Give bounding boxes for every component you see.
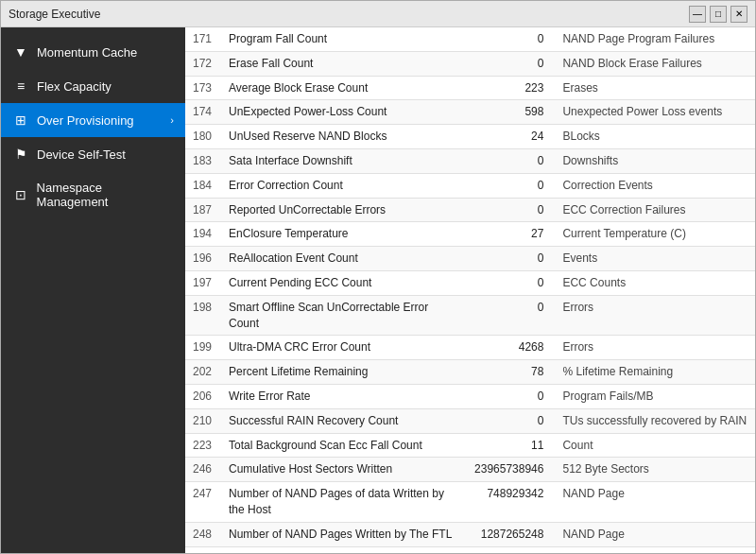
table-row: 172Erase Fall Count0NAND Block Erase Fai… [185,51,755,76]
table-container[interactable]: 171Program Fall Count0NAND Page Program … [185,27,755,553]
row-desc: ECC Correction Failures [555,198,755,222]
row-id: 184 [185,173,221,198]
row-desc: Correction Events [555,173,755,198]
row-id: 171 [185,27,221,51]
row-value: 4268 [467,336,555,360]
row-name: Number of NAND Pages Written by The FTL [221,522,467,546]
table-row: 248Number of NAND Pages Written by The F… [185,522,755,546]
row-id: 248 [185,522,221,546]
row-id: 172 [185,51,221,76]
table-row: 246Cumulative Host Sectors Written239657… [185,458,755,482]
row-value: 0 [467,270,555,295]
row-id: 174 [185,100,221,125]
table-row: 183Sata Interface Downshift0Downshifts [185,148,755,173]
row-desc: TUs successfully recovered by RAIN [555,408,755,433]
row-desc: ECC Counts [555,270,755,295]
sidebar-item-namespace-management[interactable]: ⊡Namespace Management [1,171,185,218]
table-row: 247Number of NAND Pages of data Written … [185,482,755,523]
row-name: ReAllocation Event Count [221,247,467,271]
table-row: 210Successful RAIN Recovery Count0TUs su… [185,408,755,433]
row-id: 202 [185,360,221,385]
row-desc: NAND Block Erase Failures [555,51,755,76]
row-name: UnUsed Reserve NAND Blocks [221,125,467,149]
row-desc: NAND Page [555,482,755,523]
row-id: 247 [185,482,221,523]
row-value: 1287265248 [467,522,555,546]
content-area: 171Program Fall Count0NAND Page Program … [185,27,755,553]
row-name: Program Fall Count [221,27,467,51]
row-desc: 512 Byte Sectors [555,458,755,482]
row-desc: % Lifetime Remaining [555,360,755,385]
sidebar-label-device-self-test: Device Self-Test [37,147,126,162]
row-desc: Current Temperature (C) [555,222,755,247]
row-desc: Program Fails/MB [555,384,755,408]
sidebar-icon-flex-capacity: ≡ [12,78,29,94]
row-value: 598 [467,100,555,125]
row-name: Current Pending ECC Count [221,270,467,295]
row-name: Ultra-DMA CRC Error Count [221,336,467,360]
row-desc: Errors [555,295,755,336]
row-value: 0 [467,51,555,76]
title-bar: Storage Executive — □ ✕ [1,1,755,27]
table-row: 174UnExpected Power-Loss Count598Unexpec… [185,100,755,125]
row-desc: Erases [555,76,755,100]
row-value: 748929342 [467,482,555,523]
data-table: 171Program Fall Count0NAND Page Program … [185,27,755,547]
table-row: 184Error Correction Count0Correction Eve… [185,173,755,198]
row-desc: Count [555,433,755,458]
row-value: 0 [467,295,555,336]
row-id: 246 [185,458,221,482]
main-content: ▼Momentum Cache≡Flex Capacity⊞Over Provi… [1,27,755,553]
sidebar-item-device-self-test[interactable]: ⚑Device Self-Test [1,137,185,171]
row-value: 0 [467,408,555,433]
row-id: 223 [185,433,221,458]
chevron-icon-over-provisioning: › [170,114,174,126]
row-name: Erase Fall Count [221,51,467,76]
row-id: 198 [185,295,221,336]
row-id: 210 [185,408,221,433]
table-row: 171Program Fall Count0NAND Page Program … [185,27,755,51]
sidebar-icon-momentum-cache: ▼ [12,44,29,60]
sidebar: ▼Momentum Cache≡Flex Capacity⊞Over Provi… [1,27,185,553]
title-bar-controls: — □ ✕ [689,6,747,23]
row-desc: Events [555,247,755,271]
row-value: 0 [467,173,555,198]
row-id: 196 [185,247,221,271]
sidebar-item-flex-capacity[interactable]: ≡Flex Capacity [1,69,185,103]
row-desc: Errors [555,336,755,360]
sidebar-icon-over-provisioning: ⊞ [12,113,29,128]
table-row: 198Smart Offline Scan UnCorrectable Erro… [185,295,755,336]
row-name: Smart Offline Scan UnCorrectable Error C… [221,295,467,336]
close-button[interactable]: ✕ [730,6,747,23]
sidebar-item-over-provisioning[interactable]: ⊞Over Provisioning› [1,103,185,137]
row-id: 180 [185,125,221,149]
row-value: 78 [467,360,555,385]
maximize-button[interactable]: □ [710,6,727,23]
sidebar-label-namespace-management: Namespace Management [37,181,174,209]
row-id: 197 [185,270,221,295]
row-value: 11 [467,433,555,458]
table-row: 180UnUsed Reserve NAND Blocks24BLocks [185,125,755,149]
sidebar-item-momentum-cache[interactable]: ▼Momentum Cache [1,35,185,69]
row-name: EnClosure Temperature [221,222,467,247]
row-name: Average Block Erase Count [221,76,467,100]
table-row: 202Percent Lifetime Remaining78% Lifetim… [185,360,755,385]
row-value: 0 [467,198,555,222]
row-id: 199 [185,336,221,360]
row-value: 24 [467,125,555,149]
row-name: Successful RAIN Recovery Count [221,408,467,433]
table-row: 187Reported UnCorrectable Errors0ECC Cor… [185,198,755,222]
row-desc: BLocks [555,125,755,149]
table-row: 199Ultra-DMA CRC Error Count4268Errors [185,336,755,360]
row-desc: Unexpected Power Loss events [555,100,755,125]
row-name: UnExpected Power-Loss Count [221,100,467,125]
sidebar-label-over-provisioning: Over Provisioning [37,113,134,128]
sidebar-icon-namespace-management: ⊡ [12,187,29,202]
row-name: Total Background Scan Ecc Fall Count [221,433,467,458]
window-title: Storage Executive [9,8,689,21]
minimize-button[interactable]: — [689,6,706,23]
row-name: Reported UnCorrectable Errors [221,198,467,222]
row-value: 223 [467,76,555,100]
table-row: 223Total Background Scan Ecc Fall Count1… [185,433,755,458]
table-row: 173Average Block Erase Count223Erases [185,76,755,100]
